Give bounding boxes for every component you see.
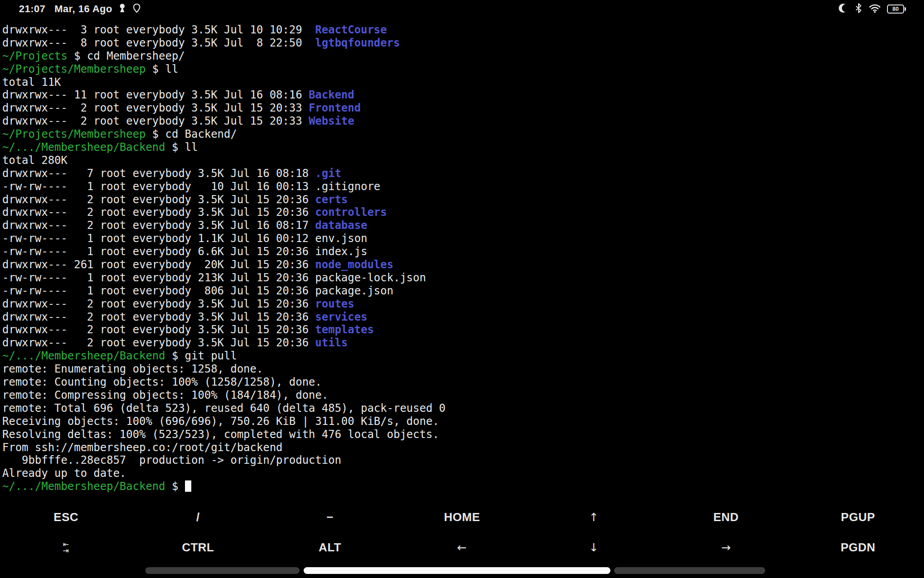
- battery-icon: 80: [887, 5, 904, 14]
- terminal-line: drwxrwx--- 2 root everybody 3.5K Jul 15 …: [2, 311, 924, 324]
- terminal-line: -rw-rw---- 1 root everybody 1.1K Jul 16 …: [2, 232, 924, 245]
- status-bar-left: 21:07 Mar, 16 Ago: [19, 3, 141, 15]
- esc-key[interactable]: ESC: [54, 510, 79, 524]
- ctrl-key[interactable]: CTRL: [182, 541, 214, 555]
- arrow-down-key[interactable]: ↓: [589, 541, 599, 554]
- terminal-line: drwxrwx--- 2 root everybody 3.5K Jul 15 …: [2, 115, 924, 128]
- terminal-line: remote: Compressing objects: 100% (184/1…: [2, 389, 924, 402]
- terminal-line: drwxrwx--- 11 root everybody 3.5K Jul 16…: [2, 89, 924, 102]
- terminal-line: drwxrwx--- 2 root everybody 3.5K Jul 15 …: [2, 193, 924, 206]
- terminal-line: drwxrwx--- 7 root everybody 3.5K Jul 16 …: [2, 167, 924, 180]
- terminal-line: From ssh://membersheep.co:/root/git/back…: [2, 441, 924, 454]
- terminal-line: remote: Enumerating objects: 1258, done.: [2, 363, 924, 376]
- terminal-line: ~/.../Membersheep/Backend $: [2, 480, 924, 493]
- terminal-line: drwxrwx--- 2 root everybody 3.5K Jul 15 …: [2, 102, 924, 115]
- terminal-line: Receiving objects: 100% (696/696), 750.2…: [2, 415, 924, 428]
- status-bar: 21:07 Mar, 16 Ago: [0, 0, 924, 18]
- terminal-line: drwxrwx--- 261 root everybody 20K Jul 15…: [2, 258, 924, 271]
- status-bar-right: 80: [838, 3, 904, 15]
- extra-keys-row: ESC/−HOME↑ENDPGUP: [0, 502, 924, 532]
- pgup-key[interactable]: PGUP: [841, 510, 875, 524]
- terminal-line: remote: Counting objects: 100% (1258/125…: [2, 376, 924, 389]
- arrow-up-key[interactable]: ↑: [589, 511, 599, 524]
- terminal-line: ~/Projects/Membersheep $ cd Backend/: [2, 128, 924, 141]
- terminal-line: ~/Projects $ cd Membersheep/: [2, 50, 924, 63]
- home-key[interactable]: HOME: [444, 510, 480, 524]
- alt-key[interactable]: ALT: [319, 541, 341, 555]
- keyhole-icon: [119, 3, 126, 15]
- terminal-line: -rw-rw---- 1 root everybody 213K Jul 15 …: [2, 271, 924, 284]
- wifi-icon: [869, 3, 881, 15]
- terminal-line: -rw-rw---- 1 root everybody 806 Jul 15 2…: [2, 284, 924, 298]
- terminal-line: 9bbfffe..28ec857 production -> origin/pr…: [2, 454, 924, 467]
- night-mode-icon: [838, 3, 849, 15]
- terminal-line: drwxrwx--- 2 root everybody 3.5K Jul 15 …: [2, 206, 924, 219]
- location-icon: [132, 3, 141, 15]
- terminal-line: drwxrwx--- 2 root everybody 3.5K Jul 15 …: [2, 323, 924, 336]
- terminal-line: ~/Projects/Membersheep $ ll: [2, 63, 924, 76]
- nav-pill[interactable]: [304, 567, 610, 574]
- minus-key[interactable]: −: [327, 510, 334, 524]
- terminal-line: remote: Total 696 (delta 523), reused 64…: [2, 402, 924, 415]
- terminal-line: total 11K: [2, 76, 924, 89]
- terminal-line: drwxrwx--- 8 root everybody 3.5K Jul 8 2…: [2, 37, 924, 50]
- terminal-line: -rw-rw---- 1 root everybody 6.6K Jul 15 …: [2, 245, 924, 258]
- terminal-output[interactable]: drwxrwx--- 3 root everybody 3.5K Jul 10 …: [0, 18, 924, 502]
- terminal-line: ~/.../Membersheep/Backend $ ll: [2, 141, 924, 154]
- arrow-right-key[interactable]: →: [721, 541, 730, 554]
- right-handle-bar[interactable]: [614, 567, 765, 574]
- terminal-line: ~/.../Membersheep/Backend $ git pull: [2, 350, 924, 363]
- left-handle-bar[interactable]: [145, 567, 300, 574]
- terminal-line: drwxrwx--- 2 root everybody 3.5K Jul 15 …: [2, 298, 924, 311]
- extra-keys-row: ⇤ ⇥CTRLALT←↓→PGDN: [0, 532, 924, 563]
- extra-keys-bar: ESC/−HOME↑ENDPGUP⇤ ⇥CTRLALT←↓→PGDN: [0, 502, 924, 563]
- terminal-cursor: [185, 480, 191, 492]
- tab-key[interactable]: ⇤ ⇥: [63, 541, 69, 554]
- terminal-line: total 280K: [2, 154, 924, 167]
- termux-screen: 21:07 Mar, 16 Ago: [0, 0, 924, 578]
- pgdn-key[interactable]: PGDN: [841, 541, 875, 555]
- end-key[interactable]: END: [713, 510, 739, 524]
- terminal-line: Resolving deltas: 100% (523/523), comple…: [2, 428, 924, 441]
- terminal-line: drwxrwx--- 3 root everybody 3.5K Jul 10 …: [2, 23, 924, 37]
- bottom-handle-bar: [0, 567, 924, 574]
- slash-key[interactable]: /: [196, 510, 200, 524]
- arrow-left-key[interactable]: ←: [457, 541, 467, 554]
- terminal-line: Already up to date.: [2, 467, 924, 480]
- terminal-line: drwxrwx--- 2 root everybody 3.5K Jul 16 …: [2, 219, 924, 232]
- clock: 21:07: [19, 3, 46, 15]
- date: Mar, 16 Ago: [55, 3, 112, 15]
- bluetooth-icon: [855, 3, 863, 15]
- terminal-line: -rw-rw---- 1 root everybody 10 Jul 16 00…: [2, 180, 924, 193]
- terminal-line: drwxrwx--- 2 root everybody 3.5K Jul 15 …: [2, 336, 924, 350]
- battery-level: 80: [892, 6, 899, 12]
